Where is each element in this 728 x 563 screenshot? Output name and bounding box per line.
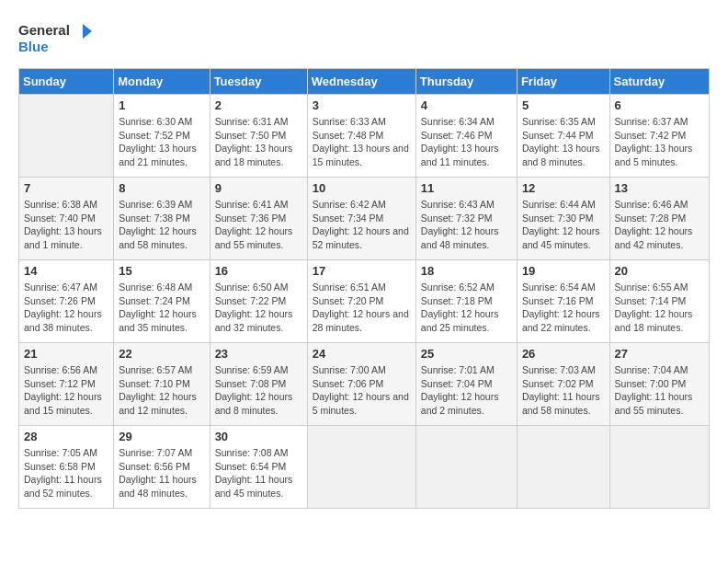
svg-text:Blue: Blue	[18, 39, 49, 54]
svg-text:General: General	[18, 22, 70, 38]
calendar-cell: 8Sunrise: 6:39 AMSunset: 7:38 PMDaylight…	[114, 178, 210, 260]
calendar-cell: 20Sunrise: 6:55 AMSunset: 7:14 PMDayligh…	[609, 260, 709, 343]
calendar-cell: 11Sunrise: 6:43 AMSunset: 7:32 PMDayligh…	[415, 178, 517, 260]
day-info: Sunrise: 6:54 AMSunset: 7:16 PMDaylight:…	[522, 281, 605, 335]
day-number: 1	[119, 98, 204, 112]
calendar-cell: 10Sunrise: 6:42 AMSunset: 7:34 PMDayligh…	[307, 178, 415, 260]
logo: General Blue	[18, 18, 92, 59]
week-row-5: 28Sunrise: 7:05 AMSunset: 6:58 PMDayligh…	[19, 426, 710, 509]
day-header-sunday: Sunday	[19, 69, 114, 95]
calendar-table: SundayMondayTuesdayWednesdayThursdayFrid…	[18, 68, 710, 509]
day-header-friday: Friday	[517, 69, 609, 95]
day-info: Sunrise: 6:35 AMSunset: 7:44 PMDaylight:…	[522, 115, 605, 169]
day-number: 16	[215, 264, 302, 278]
day-number: 20	[615, 264, 704, 278]
day-info: Sunrise: 6:38 AMSunset: 7:40 PMDaylight:…	[24, 198, 108, 252]
day-number: 28	[24, 430, 108, 443]
calendar-cell: 16Sunrise: 6:50 AMSunset: 7:22 PMDayligh…	[210, 260, 307, 343]
day-number: 23	[215, 347, 302, 361]
day-number: 4	[421, 98, 512, 112]
day-number: 26	[522, 347, 605, 361]
day-info: Sunrise: 6:55 AMSunset: 7:14 PMDaylight:…	[615, 281, 704, 335]
calendar-cell	[19, 95, 114, 178]
day-number: 15	[119, 264, 204, 278]
day-number: 14	[24, 264, 108, 278]
calendar-cell: 25Sunrise: 7:01 AMSunset: 7:04 PMDayligh…	[415, 343, 517, 426]
day-info: Sunrise: 6:48 AMSunset: 7:24 PMDaylight:…	[119, 281, 204, 335]
calendar-cell	[609, 426, 709, 509]
calendar-cell: 22Sunrise: 6:57 AMSunset: 7:10 PMDayligh…	[114, 343, 210, 426]
day-info: Sunrise: 6:46 AMSunset: 7:28 PMDaylight:…	[615, 198, 704, 252]
day-info: Sunrise: 6:57 AMSunset: 7:10 PMDaylight:…	[119, 363, 204, 418]
day-info: Sunrise: 6:39 AMSunset: 7:38 PMDaylight:…	[119, 198, 204, 252]
day-info: Sunrise: 6:30 AMSunset: 7:52 PMDaylight:…	[119, 115, 204, 169]
day-info: Sunrise: 6:42 AMSunset: 7:34 PMDaylight:…	[313, 198, 411, 252]
day-header-monday: Monday	[114, 69, 210, 95]
calendar-cell: 6Sunrise: 6:37 AMSunset: 7:42 PMDaylight…	[609, 95, 709, 178]
day-number: 17	[313, 264, 411, 278]
calendar-cell: 9Sunrise: 6:41 AMSunset: 7:36 PMDaylight…	[210, 178, 307, 260]
day-number: 30	[215, 430, 302, 443]
week-row-2: 7Sunrise: 6:38 AMSunset: 7:40 PMDaylight…	[19, 178, 710, 260]
calendar-cell: 14Sunrise: 6:47 AMSunset: 7:26 PMDayligh…	[19, 260, 114, 343]
day-info: Sunrise: 6:50 AMSunset: 7:22 PMDaylight:…	[215, 281, 302, 335]
day-number: 13	[615, 181, 704, 195]
day-header-thursday: Thursday	[415, 69, 517, 95]
day-info: Sunrise: 6:37 AMSunset: 7:42 PMDaylight:…	[615, 115, 704, 169]
day-header-wednesday: Wednesday	[307, 69, 415, 95]
day-number: 6	[615, 98, 704, 112]
calendar-cell: 21Sunrise: 6:56 AMSunset: 7:12 PMDayligh…	[19, 343, 114, 426]
day-number: 19	[522, 264, 605, 278]
day-info: Sunrise: 6:47 AMSunset: 7:26 PMDaylight:…	[24, 281, 108, 335]
day-number: 29	[119, 430, 204, 443]
calendar-cell: 1Sunrise: 6:30 AMSunset: 7:52 PMDaylight…	[114, 95, 210, 178]
day-info: Sunrise: 7:05 AMSunset: 6:58 PMDaylight:…	[24, 446, 108, 500]
calendar-cell: 5Sunrise: 6:35 AMSunset: 7:44 PMDaylight…	[517, 95, 609, 178]
day-info: Sunrise: 6:41 AMSunset: 7:36 PMDaylight:…	[215, 198, 302, 252]
calendar-cell	[517, 426, 609, 509]
week-row-4: 21Sunrise: 6:56 AMSunset: 7:12 PMDayligh…	[19, 343, 710, 426]
calendar-cell: 4Sunrise: 6:34 AMSunset: 7:46 PMDaylight…	[415, 95, 517, 178]
day-info: Sunrise: 7:03 AMSunset: 7:02 PMDaylight:…	[522, 363, 605, 418]
calendar-cell	[307, 426, 415, 509]
calendar-cell: 12Sunrise: 6:44 AMSunset: 7:30 PMDayligh…	[517, 178, 609, 260]
day-info: Sunrise: 6:34 AMSunset: 7:46 PMDaylight:…	[421, 115, 512, 169]
day-info: Sunrise: 6:31 AMSunset: 7:50 PMDaylight:…	[215, 115, 302, 169]
day-info: Sunrise: 7:08 AMSunset: 6:54 PMDaylight:…	[215, 446, 302, 500]
day-number: 8	[119, 181, 204, 195]
logo-svg: General Blue	[18, 18, 92, 59]
calendar-cell: 30Sunrise: 7:08 AMSunset: 6:54 PMDayligh…	[210, 426, 307, 509]
day-number: 11	[421, 181, 512, 195]
calendar-cell: 28Sunrise: 7:05 AMSunset: 6:58 PMDayligh…	[19, 426, 114, 509]
day-number: 5	[522, 98, 605, 112]
calendar-cell: 26Sunrise: 7:03 AMSunset: 7:02 PMDayligh…	[517, 343, 609, 426]
svg-marker-1	[83, 24, 92, 39]
day-info: Sunrise: 6:59 AMSunset: 7:08 PMDaylight:…	[215, 363, 302, 418]
day-number: 21	[24, 347, 108, 361]
calendar-cell: 29Sunrise: 7:07 AMSunset: 6:56 PMDayligh…	[114, 426, 210, 509]
calendar-cell: 15Sunrise: 6:48 AMSunset: 7:24 PMDayligh…	[114, 260, 210, 343]
day-number: 9	[215, 181, 302, 195]
calendar-cell	[415, 426, 517, 509]
day-header-saturday: Saturday	[609, 69, 709, 95]
day-number: 7	[24, 181, 108, 195]
day-info: Sunrise: 6:33 AMSunset: 7:48 PMDaylight:…	[313, 115, 411, 169]
day-number: 10	[313, 181, 411, 195]
days-header-row: SundayMondayTuesdayWednesdayThursdayFrid…	[19, 69, 710, 95]
day-number: 25	[421, 347, 512, 361]
calendar-cell: 7Sunrise: 6:38 AMSunset: 7:40 PMDaylight…	[19, 178, 114, 260]
calendar-cell: 13Sunrise: 6:46 AMSunset: 7:28 PMDayligh…	[609, 178, 709, 260]
day-number: 27	[615, 347, 704, 361]
calendar-cell: 24Sunrise: 7:00 AMSunset: 7:06 PMDayligh…	[307, 343, 415, 426]
week-row-1: 1Sunrise: 6:30 AMSunset: 7:52 PMDaylight…	[19, 95, 710, 178]
day-info: Sunrise: 7:00 AMSunset: 7:06 PMDaylight:…	[313, 363, 411, 418]
day-number: 18	[421, 264, 512, 278]
day-info: Sunrise: 6:52 AMSunset: 7:18 PMDaylight:…	[421, 281, 512, 335]
day-info: Sunrise: 7:07 AMSunset: 6:56 PMDaylight:…	[119, 446, 204, 500]
day-info: Sunrise: 6:43 AMSunset: 7:32 PMDaylight:…	[421, 198, 512, 252]
calendar-cell: 3Sunrise: 6:33 AMSunset: 7:48 PMDaylight…	[307, 95, 415, 178]
day-number: 22	[119, 347, 204, 361]
week-row-3: 14Sunrise: 6:47 AMSunset: 7:26 PMDayligh…	[19, 260, 710, 343]
page-header: General Blue	[18, 18, 710, 59]
calendar-cell: 19Sunrise: 6:54 AMSunset: 7:16 PMDayligh…	[517, 260, 609, 343]
